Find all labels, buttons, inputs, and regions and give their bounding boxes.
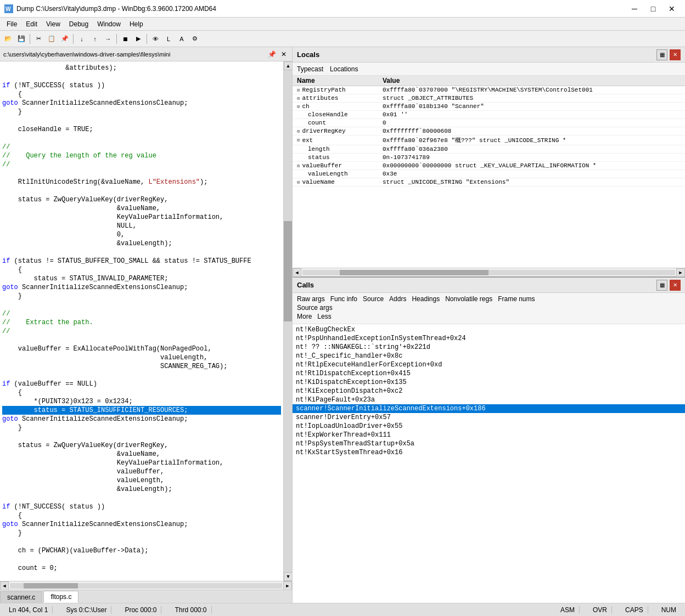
toolbar-copy[interactable]: 📋 — [46, 33, 58, 45]
locals-close-button[interactable]: ✕ — [670, 49, 681, 60]
code-line: count = 0; — [2, 564, 281, 573]
stack-frame[interactable]: nt!PspSystemThreadStartup+0x5a — [293, 439, 685, 448]
locals-row[interactable]: count0 — [293, 119, 685, 127]
toolbar-cut[interactable]: ✂ — [32, 33, 44, 45]
tab-fltops-c[interactable]: fltops.c — [43, 591, 78, 603]
locals-row[interactable]: status0n-1073741789 — [293, 154, 685, 162]
expand-icon[interactable]: ⊞ — [297, 104, 300, 110]
stack-frame[interactable]: nt!KeBugCheckEx — [293, 325, 685, 334]
vscroll-thumb — [284, 221, 292, 321]
hscroll-left[interactable]: ◄ — [0, 581, 9, 590]
locals-row[interactable]: closeHandle0x01 '' — [293, 111, 685, 119]
toolbar-step-over[interactable]: → — [102, 33, 114, 45]
toolbar-break[interactable]: ⏹ — [119, 33, 131, 45]
menu-window[interactable]: Window — [93, 19, 125, 29]
vscroll-down[interactable]: ▼ — [284, 572, 292, 581]
locals-row[interactable]: ⊞RegistryPath0xffffa80`03707000 "\REGIST… — [293, 86, 685, 94]
hscroll-right[interactable]: ► — [283, 581, 292, 590]
code-vscroll[interactable]: ▲ ▼ — [283, 61, 292, 581]
stack-frame[interactable]: nt!IopLoadUnloadDriver+0x55 — [293, 422, 685, 431]
locals-row[interactable]: ⊞ext0xffffa80`02f967e8 "概???" struct _UN… — [293, 135, 685, 145]
locals-hscroll-track[interactable] — [302, 270, 675, 275]
locals-row[interactable]: ⊞attributesstruct _OBJECT_ATTRIBUTES — [293, 94, 685, 103]
expand-icon[interactable]: ⊞ — [297, 163, 300, 169]
menu-help[interactable]: Help — [125, 19, 148, 29]
vscroll-up[interactable]: ▲ — [284, 61, 292, 70]
toolbar-step-out[interactable]: ↑ — [89, 33, 101, 45]
locals-row[interactable]: length0xffffa80`036a2380 — [293, 145, 685, 154]
calls-framenums[interactable]: Frame nums — [498, 295, 535, 303]
locals-row[interactable]: ⊞driverRegKey0xffffffff`80000608 — [293, 127, 685, 135]
code-line: &valueName, — [2, 450, 281, 459]
calls-rawargs[interactable]: Raw args — [297, 295, 325, 303]
locals-row[interactable]: ⊞valueNamestruct _UNICODE_STRING "Extens… — [293, 178, 685, 187]
calls-sourceargs[interactable]: Source args — [297, 304, 333, 312]
calls-headings[interactable]: Headings — [412, 295, 440, 303]
locals-row-value: struct _OBJECT_ATTRIBUTES — [383, 95, 683, 101]
stack-frame[interactable]: nt! ?? ::NNGAKEGL::`string'+0x221d — [293, 343, 685, 352]
restore-button[interactable]: □ — [644, 2, 662, 15]
stack-frame[interactable]: nt!KiExceptionDispatch+0xc2 — [293, 387, 685, 395]
code-line: // — [2, 309, 281, 318]
calls-nonvolatile[interactable]: Nonvolatile regs — [445, 295, 492, 303]
toolbar-open[interactable]: 📂 — [2, 33, 14, 45]
pane-pin-button[interactable]: 📌 — [267, 49, 277, 59]
locals-row[interactable]: ⊞ch0xffffa80`018b1340 "Scanner" — [293, 103, 685, 111]
stack-frame[interactable]: nt!KiPageFault+0x23a — [293, 395, 685, 404]
toolbar-paste[interactable]: 📌 — [59, 33, 71, 45]
calls-less[interactable]: Less — [317, 313, 331, 320]
locals-hscroll-right[interactable]: ► — [676, 268, 685, 277]
tab-scanner-c[interactable]: scanner.c — [0, 591, 42, 603]
stack-frame[interactable]: nt!_C_specific_handler+0x8c — [293, 352, 685, 360]
calls-addrs[interactable]: Addrs — [389, 295, 406, 303]
locals-locations[interactable]: Locations — [330, 65, 358, 73]
toolbar-step-in[interactable]: ↓ — [76, 33, 88, 45]
expand-icon[interactable]: ⊞ — [297, 179, 300, 185]
locals-row-value: 0xffffa80`03707000 "\REGISTRY\MACHINE\SY… — [383, 87, 683, 93]
locals-typecast[interactable]: Typecast — [297, 65, 323, 73]
code-hscroll[interactable]: ◄ ► — [0, 581, 292, 590]
menu-file[interactable]: File — [2, 19, 21, 29]
stack-frame[interactable]: nt!RtlDispatchException+0x415 — [293, 369, 685, 378]
locals-row-name-text: valueLength — [308, 171, 348, 177]
calls-stack[interactable]: nt!KeBugCheckExnt!PspUnhandledExceptionI… — [293, 324, 685, 603]
stack-frame[interactable]: nt!KxStartSystemThread+0x16 — [293, 448, 685, 457]
stack-frame[interactable]: nt!KiDispatchException+0x135 — [293, 378, 685, 387]
menu-view[interactable]: View — [42, 19, 65, 29]
locals-hscroll-left[interactable]: ◄ — [293, 268, 301, 277]
pane-close-button[interactable]: ✕ — [279, 49, 289, 59]
calls-source[interactable]: Source — [363, 295, 384, 303]
stack-frame[interactable]: nt!RtlpExecuteHandlerForException+0xd — [293, 360, 685, 369]
expand-icon[interactable]: ⊞ — [297, 128, 300, 134]
stack-frame[interactable]: scanner!DriverEntry+0x57 — [293, 413, 685, 422]
menu-edit[interactable]: Edit — [21, 19, 42, 29]
expand-icon[interactable]: ⊞ — [297, 95, 300, 101]
expand-icon[interactable]: ⊞ — [297, 137, 300, 143]
calls-funcinfo[interactable]: Func info — [330, 295, 357, 303]
locals-hscroll[interactable]: ◄ ► — [293, 268, 685, 276]
stack-frame[interactable]: scanner!ScannerInitializeScannedExtensio… — [293, 404, 685, 413]
toolbar-settings[interactable]: ⚙ — [189, 33, 201, 45]
locals-row-name: ⊞driverRegKey — [295, 128, 383, 134]
toolbar-watch[interactable]: 👁 — [149, 33, 161, 45]
stack-frame[interactable]: nt!PspUnhandledExceptionInSystemThread+0… — [293, 334, 685, 343]
locals-grid-button[interactable]: ▦ — [656, 49, 667, 60]
toolbar-font[interactable]: A — [176, 33, 188, 45]
code-line: 0, — [2, 230, 281, 239]
toolbar-locals[interactable]: L — [162, 33, 175, 45]
hscroll-track[interactable] — [10, 583, 282, 589]
menu-debug[interactable]: Debug — [65, 19, 93, 29]
vscroll-track[interactable] — [284, 70, 292, 572]
stack-frame[interactable]: nt!ExpWorkerThread+0x111 — [293, 431, 685, 439]
calls-more[interactable]: More — [297, 313, 312, 320]
locals-row[interactable]: ⊞valueBuffer0x00000000`00000000 struct _… — [293, 162, 685, 170]
close-button[interactable]: ✕ — [663, 2, 681, 15]
expand-icon[interactable]: ⊞ — [297, 87, 300, 93]
toolbar-save[interactable]: 💾 — [15, 33, 27, 45]
minimize-button[interactable]: ─ — [626, 2, 643, 15]
calls-close-button[interactable]: ✕ — [670, 280, 681, 291]
locals-row[interactable]: valueLength0x3e — [293, 170, 685, 178]
calls-grid-button[interactable]: ▦ — [656, 280, 667, 291]
code-area[interactable]: &attributes); if (!NT_SUCCESS( status ))… — [0, 61, 283, 581]
toolbar-run[interactable]: ▶ — [132, 33, 144, 45]
